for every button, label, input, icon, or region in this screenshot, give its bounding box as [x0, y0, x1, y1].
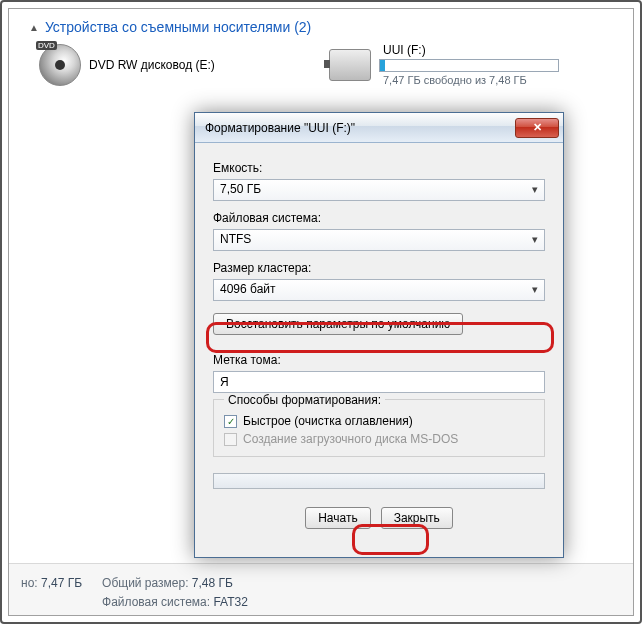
- status-free-label: но:: [21, 576, 38, 590]
- devices-section-header[interactable]: ▲ Устройства со съемными носителями (2): [9, 9, 633, 43]
- start-button[interactable]: Начать: [305, 507, 371, 529]
- dialog-title: Форматирование "UUI (F:)": [205, 121, 515, 135]
- status-total-label: Общий размер:: [102, 576, 188, 590]
- status-total-value: 7,48 ГБ: [192, 576, 233, 590]
- msdos-boot-label: Создание загрузочного диска MS-DOS: [243, 432, 458, 446]
- status-free-value: 7,47 ГБ: [41, 576, 82, 590]
- status-fs-label: Файловая система:: [102, 595, 210, 609]
- drive-dvd[interactable]: DVD DVD RW дисковод (E:): [39, 43, 289, 86]
- msdos-boot-checkbox: [224, 433, 237, 446]
- quick-format-checkbox[interactable]: ✓: [224, 415, 237, 428]
- title-bar[interactable]: Форматирование "UUI (F:)" ✕: [195, 113, 563, 143]
- format-options-box: Способы форматирования: ✓ Быстрое (очист…: [213, 399, 545, 457]
- format-progress-bar: [213, 473, 545, 489]
- usb-space-text: 7,47 ГБ свободно из 7,48 ГБ: [379, 74, 579, 86]
- collapse-triangle-icon: ▲: [29, 22, 39, 33]
- drives-row: DVD DVD RW дисковод (E:) UUI (F:) 7,47 Г…: [9, 43, 633, 86]
- drive-usb[interactable]: UUI (F:) 7,47 ГБ свободно из 7,48 ГБ: [329, 43, 579, 86]
- dvd-disc-icon: DVD: [39, 44, 81, 86]
- volume-label: Метка тома:: [213, 353, 545, 367]
- capacity-combo[interactable]: 7,50 ГБ: [213, 179, 545, 201]
- usb-drive-icon: [329, 49, 371, 81]
- section-title: Устройства со съемными носителями (2): [45, 19, 311, 35]
- restore-defaults-button[interactable]: Восстановить параметры по умолчанию: [213, 313, 463, 335]
- close-button[interactable]: Закрыть: [381, 507, 453, 529]
- format-dialog: Форматирование "UUI (F:)" ✕ Емкость: 7,5…: [194, 112, 564, 558]
- filesystem-combo[interactable]: NTFS: [213, 229, 545, 251]
- window-close-button[interactable]: ✕: [515, 118, 559, 138]
- quick-format-label: Быстрое (очистка оглавления): [243, 414, 413, 428]
- status-bar: но: 7,47 ГБ Общий размер: 7,48 ГБ Файлов…: [9, 563, 633, 615]
- usb-name: UUI (F:): [379, 43, 579, 57]
- filesystem-label: Файловая система:: [213, 211, 545, 225]
- close-icon: ✕: [533, 121, 542, 134]
- cluster-combo[interactable]: 4096 байт: [213, 279, 545, 301]
- options-legend: Способы форматирования:: [224, 393, 385, 407]
- cluster-label: Размер кластера:: [213, 261, 545, 275]
- usb-space-bar: [379, 59, 559, 72]
- dvd-label: DVD RW дисковод (E:): [89, 58, 215, 72]
- capacity-label: Емкость:: [213, 161, 545, 175]
- volume-input[interactable]: [213, 371, 545, 393]
- status-fs-value: FAT32: [213, 595, 247, 609]
